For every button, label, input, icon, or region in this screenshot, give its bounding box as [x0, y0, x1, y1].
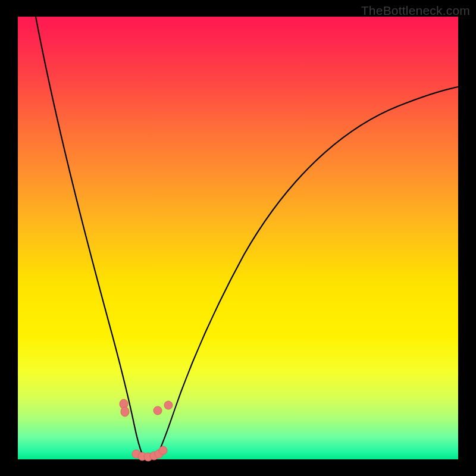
right-branch-curve	[155, 87, 458, 459]
data-point	[154, 406, 162, 415]
chart-frame: TheBottleneck.com	[0, 0, 476, 476]
curve-layer	[18, 17, 458, 459]
watermark-text: TheBottleneck.com	[361, 4, 470, 18]
left-branch-curve	[36, 17, 146, 459]
data-point	[159, 446, 167, 455]
data-point	[164, 401, 173, 409]
data-point	[121, 407, 129, 416]
plot-area	[18, 17, 458, 459]
